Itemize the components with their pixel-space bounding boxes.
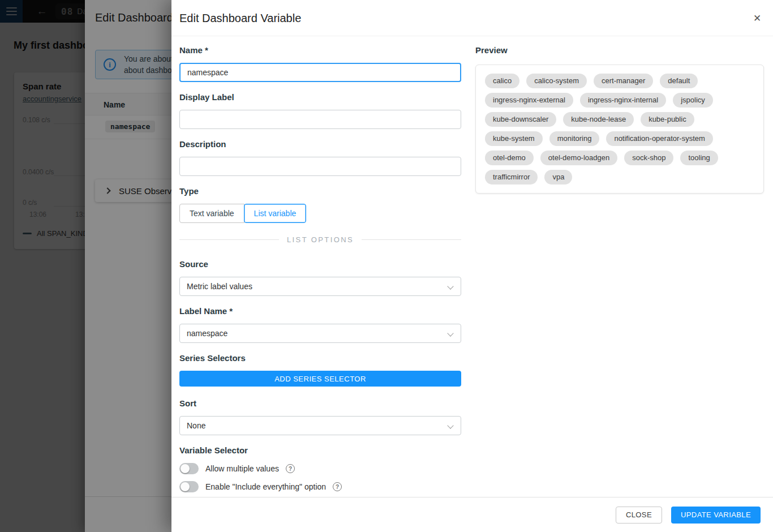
display-label-label: Display Label xyxy=(179,92,461,102)
chevron-down-icon xyxy=(447,422,453,428)
preview-chip: default xyxy=(660,74,698,88)
include-everything-toggle[interactable] xyxy=(179,481,199,492)
preview-chip: kube-downscaler xyxy=(485,112,556,127)
preview-chip-list: calicocalico-systemcert-managerdefaultin… xyxy=(485,74,754,185)
sort-label: Sort xyxy=(179,398,461,409)
display-label-input[interactable] xyxy=(179,110,461,129)
preview-chip: otel-demo xyxy=(485,151,534,165)
list-options-divider: LIST OPTIONS xyxy=(179,235,461,244)
preview-card: calicocalico-systemcert-managerdefaultin… xyxy=(475,65,764,194)
screen: ← 08 Da My first dashboard Span rate acc… xyxy=(0,0,773,532)
add-series-selector-button[interactable]: ADD SERIES SELECTOR xyxy=(179,371,461,387)
help-icon[interactable]: ? xyxy=(333,482,342,491)
help-icon[interactable]: ? xyxy=(286,464,295,473)
source-select[interactable]: Metric label values xyxy=(179,277,461,296)
preview-chip: vpa xyxy=(544,170,572,185)
preview-chip: sock-shop xyxy=(624,151,673,165)
label-name-select-value: namespace xyxy=(187,329,227,338)
close-icon: ✕ xyxy=(753,12,761,24)
modal-header: Edit Dashboard Variable ✕ xyxy=(171,0,773,36)
preview-chip: trafficmirror xyxy=(485,170,538,185)
preview-chip: otel-demo-loadgen xyxy=(540,151,617,165)
variable-form: Name * Display Label Description Type Te… xyxy=(179,45,461,499)
preview-chip: ingress-nginx-external xyxy=(485,93,573,108)
preview-chip: ingress-nginx-internal xyxy=(580,93,666,108)
modal-title: Edit Dashboard Variable xyxy=(179,12,301,25)
preview-section: Preview calicocalico-systemcert-managerd… xyxy=(475,45,764,194)
type-option-text-variable[interactable]: Text variable xyxy=(179,204,244,223)
toggle-label: Allow multiple values xyxy=(205,464,279,473)
name-label: Name * xyxy=(179,45,461,55)
source-select-value: Metric label values xyxy=(187,282,252,291)
preview-chip: kube-public xyxy=(641,112,694,127)
description-input[interactable] xyxy=(179,157,461,176)
allow-multiple-values-row: Allow multiple values ? xyxy=(179,463,461,474)
preview-chip: jspolicy xyxy=(673,93,713,108)
chevron-down-icon xyxy=(447,330,453,336)
preview-chip: notification-operator-system xyxy=(606,131,712,146)
allow-multiple-values-toggle[interactable] xyxy=(179,463,199,474)
sort-select[interactable]: None xyxy=(179,416,461,435)
modal-footer: CLOSE UPDATE VARIABLE xyxy=(171,497,773,532)
sort-select-value: None xyxy=(187,421,205,430)
edit-variable-modal: Edit Dashboard Variable ✕ Name * Display… xyxy=(171,0,773,532)
toggle-label: Enable "Include everything" option xyxy=(205,482,326,491)
preview-chip: cert-manager xyxy=(594,74,653,88)
label-name-label: Label Name * xyxy=(179,306,461,316)
type-segmented-control: Text variable List variable xyxy=(179,204,461,223)
chevron-down-icon xyxy=(447,283,453,289)
update-variable-button[interactable]: UPDATE VARIABLE xyxy=(671,507,761,524)
list-options-label: LIST OPTIONS xyxy=(287,235,354,244)
type-option-list-variable[interactable]: List variable xyxy=(244,204,307,223)
close-button[interactable]: ✕ xyxy=(750,11,764,25)
label-name-select[interactable]: namespace xyxy=(179,324,461,343)
preview-label: Preview xyxy=(475,45,764,55)
preview-chip: kube-node-lease xyxy=(563,112,634,127)
include-everything-row: Enable "Include everything" option ? xyxy=(179,481,461,492)
description-label: Description xyxy=(179,139,461,149)
preview-chip: tooling xyxy=(680,151,718,165)
series-selectors-label: Series Selectors xyxy=(179,353,461,363)
close-modal-button[interactable]: CLOSE xyxy=(616,507,662,524)
preview-chip: calico xyxy=(485,74,519,88)
name-input[interactable] xyxy=(179,63,461,82)
preview-chip: monitoring xyxy=(549,131,600,146)
source-label: Source xyxy=(179,259,461,269)
type-label: Type xyxy=(179,186,461,196)
preview-chip: kube-system xyxy=(485,131,543,146)
variable-selector-label: Variable Selector xyxy=(179,445,461,456)
preview-chip: calico-system xyxy=(526,74,587,88)
